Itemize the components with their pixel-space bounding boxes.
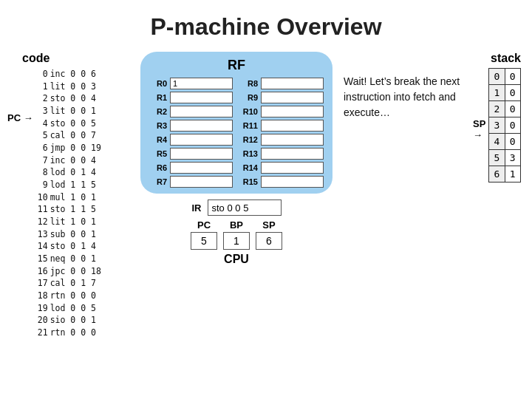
stack-value: 0 <box>505 85 520 101</box>
code-row-num: 7 <box>35 154 48 167</box>
code-row: 13sub 0 0 1 <box>35 228 128 241</box>
stack-value: 0 <box>505 101 520 117</box>
code-row-instr: sto 1 1 5 <box>50 203 128 216</box>
rf-reg-value <box>170 120 233 132</box>
rf-reg-label: R10 <box>240 107 258 116</box>
code-row: 3lit 0 0 1 <box>35 105 128 117</box>
code-row-instr: inc 0 0 4 <box>50 154 128 167</box>
rf-reg-value <box>261 162 324 174</box>
rf-reg-row: R15 <box>240 176 324 188</box>
rf-reg-row: R14 <box>240 162 324 174</box>
code-row: 14sto 0 1 4 <box>35 240 128 253</box>
rf-reg-value <box>261 134 324 146</box>
code-row-instr: lit 0 0 3 <box>50 81 128 93</box>
stack-row: 53 <box>489 150 521 166</box>
rf-reg-row: R12 <box>240 134 324 146</box>
rf-reg-label: R11 <box>240 121 258 130</box>
rf-reg-value <box>261 106 324 117</box>
pc-col-value: 5 <box>191 232 217 250</box>
code-row-num: 17 <box>35 277 48 290</box>
rf-reg-value <box>170 176 233 188</box>
code-row: 8lod 0 1 4 <box>35 166 128 179</box>
stack-row: 61 <box>489 166 521 183</box>
stack-row: 00 <box>489 69 521 85</box>
rf-reg-value <box>261 148 324 160</box>
stack-index: 1 <box>489 85 505 101</box>
rf-reg-row: R5 <box>149 148 233 160</box>
rf-reg-label: R9 <box>240 93 258 102</box>
code-row: 10mul 1 0 1 <box>35 191 128 204</box>
code-row-instr: jmp 0 0 19 <box>50 142 128 154</box>
stack-value: 0 <box>505 69 520 85</box>
rf-reg-value <box>261 120 324 132</box>
rf-reg-row: R13 <box>240 148 324 160</box>
rf-reg-value <box>261 176 324 188</box>
cpu-label: CPU <box>224 253 249 266</box>
code-row: 4sto 0 0 5 <box>35 117 128 130</box>
rf-reg-label: R15 <box>240 177 258 186</box>
code-row-num: 8 <box>35 166 48 179</box>
code-row-num: 21 <box>35 327 48 339</box>
code-row-instr: lit 1 0 1 <box>50 216 128 228</box>
code-row: 1lit 0 0 3 <box>35 81 128 93</box>
code-table: 0inc 0 0 61lit 0 0 32sto 0 0 43lit 0 0 1… <box>35 68 128 339</box>
rf-box: RF R01R8R1R9R2R10R3R11R4R12R5R13R6R14R7R… <box>140 52 332 194</box>
rf-reg-label: R12 <box>240 135 258 144</box>
stack-index: 0 <box>489 69 505 85</box>
code-row-num: 13 <box>35 228 48 241</box>
code-row-instr: lod 1 1 5 <box>50 179 128 191</box>
description: Wait! Let’s break the next instruction i… <box>344 74 473 120</box>
ir-label: IR <box>192 202 202 214</box>
code-row-instr: lit 0 0 1 <box>50 105 128 117</box>
code-row-num: 6 <box>35 142 48 154</box>
stack-section: stack SP → 00102030405361 <box>473 52 521 183</box>
code-row-instr: sto 0 1 4 <box>50 240 128 253</box>
stack-value: 0 <box>505 134 520 150</box>
code-row-instr: mul 1 0 1 <box>50 191 128 204</box>
sp-col: SP 6 <box>256 219 282 250</box>
rf-reg-row: R9 <box>240 92 324 103</box>
pc-bp-sp-row: PC 5 BP 1 SP 6 <box>191 219 282 250</box>
code-row-num: 1 <box>35 81 48 93</box>
stack-value: 0 <box>505 117 520 134</box>
code-label: code <box>22 52 133 65</box>
code-row: 12lit 1 0 1 <box>35 216 128 228</box>
rf-reg-label: R8 <box>240 79 258 88</box>
code-row: 9lod 1 1 5 <box>35 179 128 191</box>
rf-reg-value <box>170 92 233 103</box>
rf-reg-value <box>261 92 324 103</box>
rf-reg-label: R3 <box>149 121 167 130</box>
code-row-num: 16 <box>35 265 48 278</box>
rf-reg-label: R4 <box>149 135 167 144</box>
rf-reg-row: R11 <box>240 120 324 132</box>
stack-row: 10 <box>489 85 521 101</box>
rf-reg-label: R14 <box>240 163 258 172</box>
rf-reg-value <box>170 148 233 160</box>
stack-value: 3 <box>505 150 520 166</box>
code-row-num: 12 <box>35 216 48 228</box>
ir-value-box: sto 0 0 5 <box>208 200 282 216</box>
rf-reg-label: R13 <box>240 149 258 158</box>
stack-row: 30 <box>489 117 521 134</box>
code-row-num: 3 <box>35 105 48 117</box>
code-row: 7inc 0 0 4 <box>35 154 128 167</box>
code-row-instr: lod 0 1 4 <box>50 166 128 179</box>
code-row-num: 20 <box>35 314 48 327</box>
rf-title: RF <box>149 58 324 73</box>
code-row: 20sio 0 0 1 <box>35 314 128 327</box>
code-row: 6jmp 0 0 19 <box>35 142 128 154</box>
rf-reg-label: R1 <box>149 93 167 102</box>
code-row-num: 14 <box>35 240 48 253</box>
stack-label: stack <box>491 52 521 65</box>
rf-reg-value <box>170 134 233 146</box>
code-row-num: 0 <box>35 68 48 81</box>
code-row: 2sto 0 0 4 <box>35 92 128 105</box>
code-row: 21rtn 0 0 0 <box>35 327 128 339</box>
ir-row: IR sto 0 0 5 <box>192 200 282 216</box>
rf-reg-row: R7 <box>149 176 233 188</box>
code-row-instr: cal 0 1 7 <box>50 277 128 290</box>
code-row: 17cal 0 1 7 <box>35 277 128 290</box>
rf-reg-row: R2 <box>149 106 233 117</box>
code-row-instr: sto 0 0 5 <box>50 117 128 130</box>
rf-reg-value <box>170 106 233 117</box>
